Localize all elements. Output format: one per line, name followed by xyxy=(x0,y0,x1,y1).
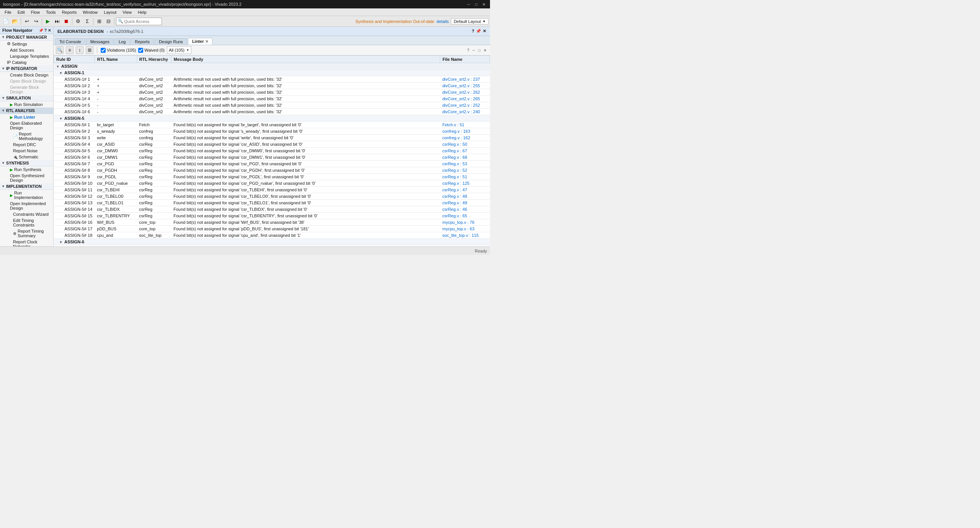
nav-run-linter[interactable]: ▶ Run Linter xyxy=(0,114,53,120)
cell-file[interactable]: csrReg.v : 46 xyxy=(440,206,490,213)
tab-design-runs[interactable]: Design Runs xyxy=(155,38,187,45)
table-row[interactable]: ASSIGN-5# 3 write confreg Found bit(s) n… xyxy=(54,135,490,141)
table-row[interactable]: ASSIGN-5# 4 csr_ASID csrReg Found bit(s)… xyxy=(54,141,490,148)
header-pin-icon[interactable]: 📌 xyxy=(476,29,481,34)
cell-file[interactable]: csrReg.v : 47 xyxy=(440,187,490,193)
nav-ip-catalog[interactable]: IP Catalog xyxy=(0,59,53,65)
table-row[interactable]: ▼ ASSIGN-6 xyxy=(54,239,490,245)
tab-messages[interactable]: Messages xyxy=(86,38,114,45)
tab-tcl-console[interactable]: Tcl Console xyxy=(55,38,85,45)
cell-file[interactable]: Fetch.v : 51 xyxy=(440,122,490,128)
table-row[interactable]: ASSIGN-5# 5 csr_DMW0 csrReg Found bit(s)… xyxy=(54,148,490,154)
nav-report-timing-summary[interactable]: ⚙ Report Timing Summary xyxy=(0,228,53,239)
cell-file[interactable]: mycpu_top.v : 63 xyxy=(440,226,490,232)
table-row[interactable]: ASSIGN-5# 8 csr_PGDH csrReg Found bit(s)… xyxy=(54,167,490,174)
nav-close-icon[interactable]: ✕ xyxy=(48,28,51,33)
subsection-expand-arrow[interactable]: ▼ xyxy=(59,71,63,75)
open-button[interactable]: 📂 xyxy=(11,17,19,26)
table-row[interactable]: ASSIGN-6# 1 counterID Decode Found bit(s… xyxy=(54,245,490,247)
tab-close-button[interactable]: ✕ xyxy=(205,39,208,44)
header-question-icon[interactable]: ? xyxy=(472,29,474,34)
table-row[interactable]: ASSIGN-5# 11 csr_TLBEHI csrReg Found bit… xyxy=(54,187,490,193)
maximize-button[interactable]: □ xyxy=(473,1,479,7)
table-row[interactable]: ▼ ASSIGN-5 xyxy=(54,115,490,122)
new-button[interactable]: 📄 xyxy=(2,17,10,26)
linter-close-icon[interactable]: ✕ xyxy=(482,48,488,53)
cell-file[interactable]: divCore_srt2.v : 265 xyxy=(440,96,490,102)
nav-add-sources[interactable]: Add Sources xyxy=(0,47,53,53)
table-row[interactable]: ASSIGN-5# 9 csr_PGDL csrReg Found bit(s)… xyxy=(54,174,490,180)
menu-window[interactable]: Window xyxy=(80,9,101,15)
section-ip-integrator-header[interactable]: ▼ IP INTEGRATOR xyxy=(0,65,53,72)
table-row[interactable]: ASSIGN-5# 16 Wrf_BUS core_top Found bit(… xyxy=(54,219,490,226)
table-row[interactable]: ASSIGN-1# 4 - divCore_srt2 Arithmetic re… xyxy=(54,96,490,102)
nav-pin-icon[interactable]: 📌 xyxy=(39,28,43,33)
nav-report-clock-networks[interactable]: Report Clock Networks xyxy=(0,239,53,246)
linter-question-icon[interactable]: ? xyxy=(466,48,470,53)
tcl-button[interactable]: Σ xyxy=(83,17,91,26)
table-row[interactable]: ASSIGN-1# 2 + divCore_srt2 Arithmetic re… xyxy=(54,83,490,89)
section-rtl-analysis-header[interactable]: ▼ RTL ANALYSIS xyxy=(0,108,53,114)
nav-constraints-wizard[interactable]: Constraints Wizard xyxy=(0,211,53,217)
nav-open-block-design[interactable]: Open Block Design xyxy=(0,78,53,84)
nav-report-noise[interactable]: Report Noise xyxy=(0,148,53,154)
nav-open-implemented-design[interactable]: Open Implemented Design xyxy=(0,200,53,211)
subsection-expand-arrow[interactable]: ▼ xyxy=(59,240,63,244)
linter-filter-button[interactable]: ≡ xyxy=(66,46,74,54)
linter-sort-button[interactable]: ↕ xyxy=(76,46,83,54)
tab-reports[interactable]: Reports xyxy=(131,38,154,45)
subsection-expand-arrow[interactable]: ▼ xyxy=(59,117,63,121)
table-row[interactable]: ASSIGN-1# 5 - divCore_srt2 Arithmetic re… xyxy=(54,102,490,109)
cell-file[interactable]: csrReg.v : 65 xyxy=(440,213,490,219)
menu-flow[interactable]: Flow xyxy=(28,9,43,15)
section-implementation-header[interactable]: ▼ IMPLEMENTATION xyxy=(0,183,53,190)
cell-file[interactable]: csrReg.v : 53 xyxy=(440,161,490,167)
table-row[interactable]: ASSIGN-5# 17 pDD_BUS core_top Found bit(… xyxy=(54,226,490,232)
cell-file[interactable]: divCore_srt2.v : 237 xyxy=(440,76,490,83)
cell-file[interactable]: divCore_srt2.v : 262 xyxy=(440,89,490,96)
layout-btn1[interactable]: ⊞ xyxy=(95,17,103,26)
cell-file[interactable]: csrReg.v : 68 xyxy=(440,154,490,161)
table-row[interactable]: ▼ ASSIGN-1 xyxy=(54,70,490,76)
section-expand-arrow[interactable]: ▼ xyxy=(56,65,60,68)
violations-checkbox-label[interactable]: Violations (105) xyxy=(101,48,136,53)
run-button[interactable]: ▶ xyxy=(44,17,52,26)
cell-file[interactable]: csrReg.v : 51 xyxy=(440,174,490,180)
table-row[interactable]: ASSIGN-5# 18 cpu_and soc_lite_top Found … xyxy=(54,232,490,239)
cell-file[interactable]: mycpu_top.v : 76 xyxy=(440,219,490,226)
cell-file[interactable]: csrReg.v : 125 xyxy=(440,180,490,187)
table-row[interactable]: ASSIGN-5# 1 br_target Fetch Found bit(s)… xyxy=(54,122,490,128)
cell-file[interactable]: divCore_srt2.v : 240 xyxy=(440,109,490,115)
table-row[interactable]: ASSIGN-1# 3 + divCore_srt2 Arithmetic re… xyxy=(54,89,490,96)
layout-btn2[interactable]: ⊟ xyxy=(104,17,113,26)
section-simulation-header[interactable]: ▼ SIMULATION xyxy=(0,95,53,101)
tab-log[interactable]: Log xyxy=(114,38,130,45)
table-row[interactable]: ASSIGN-1# 6 - divCore_srt2 Arithmetic re… xyxy=(54,109,490,115)
nav-schematic[interactable]: 🔌 Schematic xyxy=(0,154,53,160)
menu-view[interactable]: View xyxy=(119,9,135,15)
cell-file[interactable]: csrReg.v : 67 xyxy=(440,148,490,154)
details-link[interactable]: details xyxy=(436,19,449,24)
table-row[interactable]: ASSIGN-1# 1 + divCore_srt2 Arithmetic re… xyxy=(54,76,490,83)
waived-checkbox[interactable] xyxy=(138,48,143,53)
nav-settings[interactable]: ⚙ Settings xyxy=(0,41,53,47)
violations-checkbox[interactable] xyxy=(101,48,106,53)
cell-file[interactable]: confreg.v : 162 xyxy=(440,135,490,141)
minimize-button[interactable]: ─ xyxy=(466,1,472,7)
cell-file[interactable]: csrReg.v : 50 xyxy=(440,141,490,148)
search-input[interactable] xyxy=(124,19,155,24)
cell-file[interactable]: csrReg.v : 49 xyxy=(440,200,490,206)
tab-linter[interactable]: Linter ✕ xyxy=(188,38,213,45)
menu-help[interactable]: Help xyxy=(135,9,150,15)
nav-question-icon[interactable]: ? xyxy=(44,28,47,33)
cell-file[interactable]: confreg.v : 163 xyxy=(440,128,490,135)
stop-button[interactable]: ⏹ xyxy=(62,17,70,26)
cell-file[interactable]: Decode.v : 358 xyxy=(440,245,490,247)
linter-search-button[interactable]: 🔍 xyxy=(56,46,64,54)
table-row[interactable]: ASSIGN-5# 13 csr_TLBELO1 csrReg Found bi… xyxy=(54,200,490,206)
nav-open-elaborated-design[interactable]: Open Elaborated Design xyxy=(0,120,53,131)
nav-run-synthesis[interactable]: ▶ Run Synthesis xyxy=(0,166,53,173)
cell-file[interactable]: csrReg.v : 48 xyxy=(440,193,490,200)
table-row[interactable]: ASSIGN-5# 7 csr_PGD csrReg Found bit(s) … xyxy=(54,161,490,167)
menu-reports[interactable]: Reports xyxy=(59,9,80,15)
